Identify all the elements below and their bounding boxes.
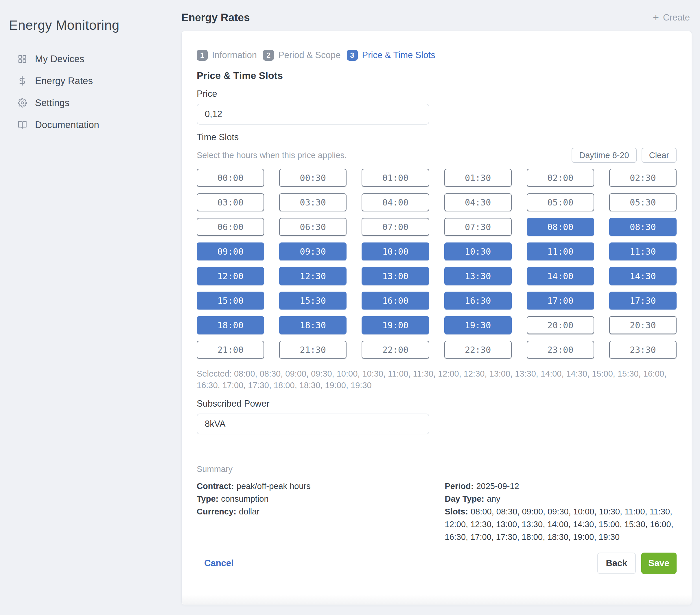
summary-line: Day Type:any [445,492,677,505]
time-slot[interactable]: 10:00 [362,242,429,260]
step-label: Information [212,50,257,60]
time-slot[interactable]: 05:30 [609,193,677,211]
time-slot[interactable]: 09:30 [279,242,347,260]
sidebar: Energy Monitoring My Devices Energy Rate… [0,0,182,615]
time-slot[interactable]: 07:00 [362,218,429,236]
summary-label: Contract: [197,482,234,491]
time-slot[interactable]: 08:00 [527,218,594,236]
time-slot[interactable]: 10:30 [444,242,512,260]
subscribed-power-label: Subscribed Power [197,399,677,409]
time-slot[interactable]: 20:00 [527,316,594,334]
sidebar-item[interactable]: Energy Rates [0,70,182,92]
slots-toolbar: Select the hours when this price applies… [197,148,677,163]
grid-icon [18,54,27,64]
subscribed-power-input[interactable] [197,413,429,434]
wizard-step[interactable]: 3 Price & Time Slots [347,50,435,61]
price-input[interactable] [197,104,429,125]
clear-button[interactable]: Clear [641,148,677,163]
time-slot[interactable]: 15:30 [279,292,347,309]
time-slot[interactable]: 09:00 [197,242,264,260]
time-slot[interactable]: 18:00 [197,316,264,334]
sidebar-item-label: My Devices [35,53,85,64]
cancel-button[interactable]: Cancel [204,558,234,568]
summary-label: Day Type: [445,494,484,503]
plus-icon: + [653,12,659,23]
time-slot[interactable]: 23:00 [527,341,594,359]
create-button-label: Create [663,12,690,23]
time-slot[interactable]: 03:30 [279,193,347,211]
summary-value: any [487,494,500,503]
sidebar-item[interactable]: My Devices [0,48,182,70]
time-slots-label: Time Slots [197,132,677,142]
wizard-footer: Cancel Back Save [197,553,677,574]
time-slot[interactable]: 06:30 [279,218,347,236]
time-slot[interactable]: 21:00 [197,341,264,359]
time-slot[interactable]: 05:00 [527,193,594,211]
app-title: Energy Monitoring [9,17,120,33]
time-slot[interactable]: 13:30 [444,267,512,285]
sidebar-item[interactable]: Documentation [0,114,182,136]
summary-line: Slots:08:00, 08:30, 09:00, 09:30, 10:00,… [445,505,677,543]
step-label: Price & Time Slots [362,50,435,60]
time-slot[interactable]: 13:00 [362,267,429,285]
time-slot[interactable]: 04:00 [362,193,429,211]
time-slot[interactable]: 12:30 [279,267,347,285]
summary-value: 08:00, 08:30, 09:00, 09:30, 10:00, 10:30… [445,507,673,542]
summary-label: Type: [197,494,218,503]
daytime-preset-button[interactable]: Daytime 8-20 [572,148,636,163]
time-slot[interactable]: 00:00 [197,169,264,187]
summary-title: Summary [197,464,677,474]
summary-label: Currency: [197,507,236,516]
step-number-badge: 2 [263,50,274,61]
sidebar-item[interactable]: Settings [0,92,182,114]
time-slot[interactable]: 19:00 [362,316,429,334]
create-button[interactable]: + Create [653,12,690,23]
summary-value: 2025-09-12 [476,482,519,491]
time-slot[interactable]: 16:00 [362,292,429,309]
time-slot[interactable]: 15:00 [197,292,264,309]
time-slot[interactable]: 01:00 [362,169,429,187]
summary-line: Currency:dollar [197,505,429,518]
time-slot[interactable]: 19:30 [444,316,512,334]
time-slot[interactable]: 11:00 [527,242,594,260]
wizard-card: 1 Information 2 Period & Scope 3 Price &… [182,31,692,605]
price-label: Price [197,89,677,99]
time-slot[interactable]: 22:00 [362,341,429,359]
time-slot[interactable]: 04:30 [444,193,512,211]
time-slot[interactable]: 14:30 [609,267,677,285]
time-slot[interactable]: 22:30 [444,341,512,359]
time-slot[interactable]: 21:30 [279,341,347,359]
back-button[interactable]: Back [597,553,636,574]
time-slot[interactable]: 01:30 [444,169,512,187]
summary: Contract:peak/off-peak hours Type:consum… [197,480,677,543]
summary-left-column: Contract:peak/off-peak hours Type:consum… [197,480,429,543]
time-slot[interactable]: 07:30 [444,218,512,236]
wizard-stepper: 1 Information 2 Period & Scope 3 Price &… [197,50,677,61]
time-slot[interactable]: 17:00 [527,292,594,309]
summary-value: peak/off-peak hours [237,482,311,491]
time-slot[interactable]: 11:30 [609,242,677,260]
wizard-step[interactable]: 1 Information [197,50,257,61]
time-slot[interactable]: 23:30 [609,341,677,359]
time-slot[interactable]: 20:30 [609,316,677,334]
time-slot-grid: 00:0000:3001:0001:3002:0002:3003:0003:30… [197,169,677,359]
time-slot[interactable]: 16:30 [444,292,512,309]
time-slot[interactable]: 00:30 [279,169,347,187]
time-slot[interactable]: 17:30 [609,292,677,309]
sidebar-item-label: Energy Rates [35,75,93,86]
time-slot[interactable]: 08:30 [609,218,677,236]
time-slot[interactable]: 02:30 [609,169,677,187]
time-slot[interactable]: 12:00 [197,267,264,285]
divider [197,452,677,452]
time-slot[interactable]: 14:00 [527,267,594,285]
wizard-step[interactable]: 2 Period & Scope [263,50,340,61]
summary-value: dollar [239,507,260,516]
time-slot[interactable]: 18:30 [279,316,347,334]
dollar-icon [18,76,27,86]
time-slot[interactable]: 02:00 [527,169,594,187]
time-slot[interactable]: 06:00 [197,218,264,236]
time-slot[interactable]: 03:00 [197,193,264,211]
save-button[interactable]: Save [641,553,677,574]
gear-icon [18,98,27,107]
summary-line: Type:consumption [197,492,429,505]
